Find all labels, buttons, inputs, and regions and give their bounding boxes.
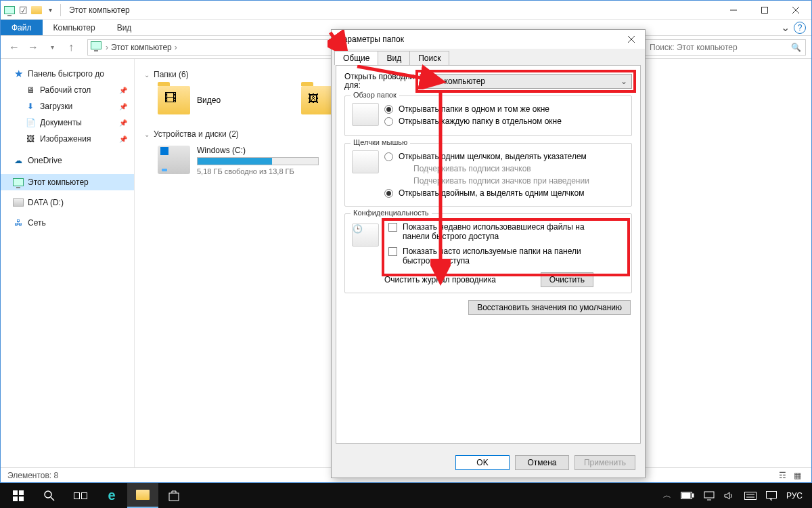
clear-history-label: Очистить журнал проводника xyxy=(384,275,496,284)
svg-rect-23 xyxy=(744,492,756,499)
sidebar-downloads[interactable]: ⬇Загрузки📌 xyxy=(1,98,134,114)
downloads-icon: ⬇ xyxy=(25,101,36,112)
taskbar: e ︿ РУС xyxy=(0,483,812,508)
search-input[interactable] xyxy=(650,43,791,52)
click-legend: Щелчки мышью xyxy=(351,138,410,146)
dialog-tabs: Общие Вид Поиск xyxy=(332,49,645,65)
radio-double-click[interactable] xyxy=(384,189,393,198)
chevron-down-icon: ⌄ xyxy=(144,131,150,138)
tray-language[interactable]: РУС xyxy=(786,491,803,501)
qat-newfolder-icon[interactable] xyxy=(30,4,43,16)
ribbon-view-tab[interactable]: Вид xyxy=(106,20,143,35)
sidebar-network[interactable]: 🖧Сеть xyxy=(1,215,134,231)
help-icon[interactable]: ? xyxy=(794,22,806,34)
start-button[interactable] xyxy=(3,483,34,508)
taskbar-store-button[interactable] xyxy=(158,483,189,508)
apply-button[interactable]: Применить xyxy=(574,455,635,470)
sidebar-onedrive[interactable]: ☁OneDrive xyxy=(1,152,134,169)
svg-rect-20 xyxy=(682,493,690,498)
pc-icon xyxy=(13,177,24,188)
ribbon-file-tab[interactable]: Файл xyxy=(1,20,43,35)
svg-rect-26 xyxy=(766,491,776,498)
pin-icon: 📌 xyxy=(119,119,127,127)
folder-icon: 🖼 xyxy=(301,86,334,114)
radio-separate-window[interactable] xyxy=(384,117,393,126)
status-item-count: Элементов: 8 xyxy=(7,471,58,480)
tab-search[interactable]: Поиск xyxy=(409,51,449,65)
tray-network-icon[interactable] xyxy=(704,491,715,501)
nav-history-dropdown[interactable]: ▾ xyxy=(44,39,60,56)
folder-icon: 🎞 xyxy=(158,86,190,114)
address-pc-icon xyxy=(91,41,103,54)
restore-defaults-button[interactable]: Восстановить значения по умолчанию xyxy=(468,300,631,315)
minimize-button[interactable] xyxy=(718,1,749,20)
checkbox-frequent-folders[interactable] xyxy=(388,247,397,256)
ok-button[interactable]: OK xyxy=(455,455,510,470)
documents-icon: 📄 xyxy=(25,117,36,128)
tab-general[interactable]: Общие xyxy=(334,51,378,65)
ribbon-collapse-icon[interactable]: ⌄ xyxy=(781,21,790,34)
network-icon: 🖧 xyxy=(13,217,24,228)
drive-icon xyxy=(158,146,190,174)
dialog-close-button[interactable] xyxy=(623,31,639,47)
svg-rect-19 xyxy=(692,494,694,497)
system-tray: ︿ РУС xyxy=(663,490,809,501)
open-explorer-select[interactable]: Этот компьютер xyxy=(420,74,632,89)
sidebar-this-pc[interactable]: Этот компьютер xyxy=(1,174,134,190)
folder-options-dialog: Параметры папок Общие Вид Поиск Открыть … xyxy=(331,29,646,478)
checkbox-recent-files[interactable] xyxy=(388,223,397,232)
qat-dropdown-icon[interactable]: ▾ xyxy=(44,4,56,16)
tray-action-center-icon[interactable] xyxy=(766,491,777,501)
sidebar-desktop[interactable]: 🖥Рабочий стол📌 xyxy=(1,82,134,98)
drive-icon xyxy=(13,197,24,208)
app-icon xyxy=(3,4,16,16)
chevron-down-icon: ⌄ xyxy=(144,71,150,79)
radio-single-click[interactable] xyxy=(384,152,393,161)
privacy-icon: 🕒 xyxy=(352,224,379,247)
radio-same-window[interactable] xyxy=(384,105,393,114)
sidebar-pictures[interactable]: 🖼Изображения📌 xyxy=(1,131,134,147)
qat-props-icon[interactable]: ☑ xyxy=(17,4,29,16)
clear-button[interactable]: Очистить xyxy=(541,272,593,287)
view-details-icon[interactable]: ☶ xyxy=(775,469,790,482)
nav-back-button[interactable]: ← xyxy=(6,39,22,56)
tray-chevron-up-icon[interactable]: ︿ xyxy=(663,490,671,501)
svg-rect-10 xyxy=(19,490,24,495)
pin-icon: 📌 xyxy=(119,87,127,94)
pictures-icon: 🖼 xyxy=(25,133,36,144)
taskbar-explorer-button[interactable] xyxy=(127,483,158,508)
maximize-button[interactable] xyxy=(749,1,780,20)
view-large-icon[interactable]: ▦ xyxy=(790,469,805,482)
svg-rect-21 xyxy=(704,492,714,498)
svg-rect-16 xyxy=(82,492,87,499)
drive-space-bar xyxy=(197,157,319,165)
sidebar-documents[interactable]: 📄Документы📌 xyxy=(1,114,134,131)
ribbon-computer-tab[interactable]: Компьютер xyxy=(43,20,106,35)
privacy-legend: Конфиденциальность xyxy=(351,209,432,217)
svg-rect-17 xyxy=(169,493,179,501)
search-icon[interactable]: 🔍 xyxy=(791,43,801,52)
svg-point-13 xyxy=(45,491,51,498)
browse-legend: Обзор папок xyxy=(351,91,399,99)
tab-view[interactable]: Вид xyxy=(378,51,410,65)
folder-item-video[interactable]: 🎞Видео xyxy=(158,86,279,114)
sidebar-data-drive[interactable]: DATA (D:) xyxy=(1,194,134,211)
tray-keyboard-icon[interactable] xyxy=(744,492,757,500)
nav-forward-button[interactable]: → xyxy=(25,39,41,56)
breadcrumb[interactable]: Этот компьютер xyxy=(108,43,175,52)
tray-volume-icon[interactable] xyxy=(724,491,735,501)
task-view-button[interactable] xyxy=(65,483,96,508)
drive-item-c[interactable]: Windows (C:) 5,18 ГБ свободно из 13,8 ГБ xyxy=(158,146,319,175)
tray-battery-icon[interactable] xyxy=(681,492,694,500)
cancel-button[interactable]: Отмена xyxy=(515,455,569,470)
taskbar-search-button[interactable] xyxy=(34,483,65,508)
close-button[interactable] xyxy=(780,1,811,20)
pin-icon: 📌 xyxy=(119,135,127,143)
nav-up-button[interactable]: ↑ xyxy=(63,39,79,56)
sidebar-quick-access[interactable]: ★Панель быстрого до xyxy=(1,66,134,82)
search-box[interactable]: 🔍 xyxy=(645,39,806,56)
svg-rect-1 xyxy=(762,7,768,13)
click-icon xyxy=(352,150,379,173)
taskbar-edge-button[interactable]: e xyxy=(96,483,127,508)
dialog-titlebar[interactable]: Параметры папок xyxy=(332,30,645,49)
